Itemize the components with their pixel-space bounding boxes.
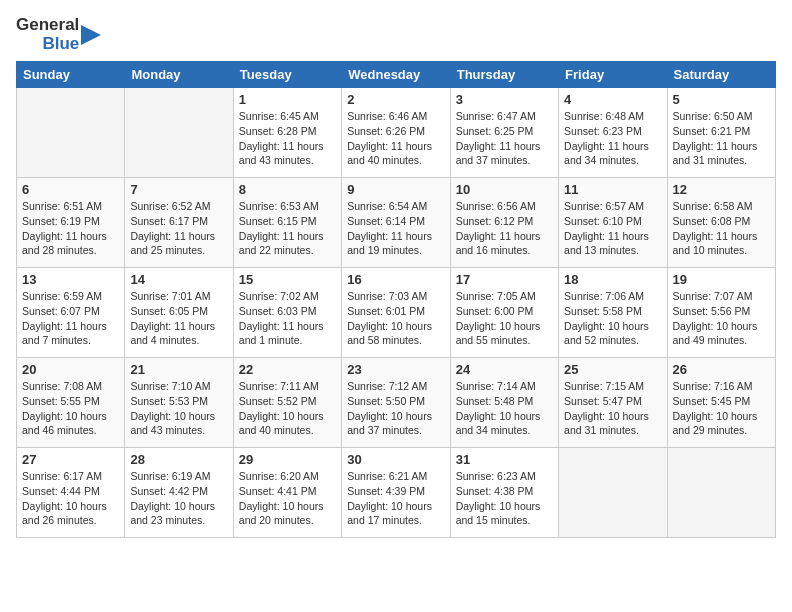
- day-number: 13: [22, 272, 119, 287]
- calendar-table: SundayMondayTuesdayWednesdayThursdayFrid…: [16, 61, 776, 538]
- calendar-day-cell: 26Sunrise: 7:16 AM Sunset: 5:45 PM Dayli…: [667, 358, 775, 448]
- calendar-day-cell: 28Sunrise: 6:19 AM Sunset: 4:42 PM Dayli…: [125, 448, 233, 538]
- calendar-day-cell: [667, 448, 775, 538]
- calendar-day-cell: 2Sunrise: 6:46 AM Sunset: 6:26 PM Daylig…: [342, 88, 450, 178]
- day-number: 12: [673, 182, 770, 197]
- calendar-day-cell: 9Sunrise: 6:54 AM Sunset: 6:14 PM Daylig…: [342, 178, 450, 268]
- calendar-day-cell: 6Sunrise: 6:51 AM Sunset: 6:19 PM Daylig…: [17, 178, 125, 268]
- day-info: Sunrise: 6:17 AM Sunset: 4:44 PM Dayligh…: [22, 469, 119, 528]
- logo-blue-text: Blue: [42, 35, 79, 54]
- day-number: 16: [347, 272, 444, 287]
- day-info: Sunrise: 7:01 AM Sunset: 6:05 PM Dayligh…: [130, 289, 227, 348]
- logo: General Blue: [16, 16, 101, 53]
- calendar-week-row: 20Sunrise: 7:08 AM Sunset: 5:55 PM Dayli…: [17, 358, 776, 448]
- day-info: Sunrise: 7:15 AM Sunset: 5:47 PM Dayligh…: [564, 379, 661, 438]
- day-info: Sunrise: 6:20 AM Sunset: 4:41 PM Dayligh…: [239, 469, 336, 528]
- calendar-day-cell: [125, 88, 233, 178]
- day-info: Sunrise: 6:54 AM Sunset: 6:14 PM Dayligh…: [347, 199, 444, 258]
- day-info: Sunrise: 6:48 AM Sunset: 6:23 PM Dayligh…: [564, 109, 661, 168]
- calendar-day-cell: 12Sunrise: 6:58 AM Sunset: 6:08 PM Dayli…: [667, 178, 775, 268]
- calendar-day-cell: 10Sunrise: 6:56 AM Sunset: 6:12 PM Dayli…: [450, 178, 558, 268]
- calendar-day-cell: 7Sunrise: 6:52 AM Sunset: 6:17 PM Daylig…: [125, 178, 233, 268]
- day-number: 27: [22, 452, 119, 467]
- weekday-header: Friday: [559, 62, 667, 88]
- day-info: Sunrise: 6:52 AM Sunset: 6:17 PM Dayligh…: [130, 199, 227, 258]
- calendar-day-cell: 5Sunrise: 6:50 AM Sunset: 6:21 PM Daylig…: [667, 88, 775, 178]
- day-info: Sunrise: 6:21 AM Sunset: 4:39 PM Dayligh…: [347, 469, 444, 528]
- calendar-day-cell: 24Sunrise: 7:14 AM Sunset: 5:48 PM Dayli…: [450, 358, 558, 448]
- day-info: Sunrise: 7:14 AM Sunset: 5:48 PM Dayligh…: [456, 379, 553, 438]
- weekday-header: Tuesday: [233, 62, 341, 88]
- calendar-week-row: 6Sunrise: 6:51 AM Sunset: 6:19 PM Daylig…: [17, 178, 776, 268]
- day-info: Sunrise: 7:08 AM Sunset: 5:55 PM Dayligh…: [22, 379, 119, 438]
- day-info: Sunrise: 7:10 AM Sunset: 5:53 PM Dayligh…: [130, 379, 227, 438]
- day-number: 21: [130, 362, 227, 377]
- calendar-day-cell: 14Sunrise: 7:01 AM Sunset: 6:05 PM Dayli…: [125, 268, 233, 358]
- day-info: Sunrise: 6:57 AM Sunset: 6:10 PM Dayligh…: [564, 199, 661, 258]
- day-number: 22: [239, 362, 336, 377]
- calendar-day-cell: [17, 88, 125, 178]
- calendar-day-cell: 25Sunrise: 7:15 AM Sunset: 5:47 PM Dayli…: [559, 358, 667, 448]
- day-info: Sunrise: 7:03 AM Sunset: 6:01 PM Dayligh…: [347, 289, 444, 348]
- day-info: Sunrise: 6:23 AM Sunset: 4:38 PM Dayligh…: [456, 469, 553, 528]
- day-info: Sunrise: 6:51 AM Sunset: 6:19 PM Dayligh…: [22, 199, 119, 258]
- calendar-day-cell: 21Sunrise: 7:10 AM Sunset: 5:53 PM Dayli…: [125, 358, 233, 448]
- day-info: Sunrise: 6:58 AM Sunset: 6:08 PM Dayligh…: [673, 199, 770, 258]
- day-number: 26: [673, 362, 770, 377]
- calendar-week-row: 13Sunrise: 6:59 AM Sunset: 6:07 PM Dayli…: [17, 268, 776, 358]
- day-number: 15: [239, 272, 336, 287]
- logo-arrow-icon: [79, 17, 101, 53]
- day-info: Sunrise: 6:59 AM Sunset: 6:07 PM Dayligh…: [22, 289, 119, 348]
- calendar-day-cell: 16Sunrise: 7:03 AM Sunset: 6:01 PM Dayli…: [342, 268, 450, 358]
- calendar-body: 1Sunrise: 6:45 AM Sunset: 6:28 PM Daylig…: [17, 88, 776, 538]
- day-info: Sunrise: 6:47 AM Sunset: 6:25 PM Dayligh…: [456, 109, 553, 168]
- day-number: 2: [347, 92, 444, 107]
- calendar-day-cell: 17Sunrise: 7:05 AM Sunset: 6:00 PM Dayli…: [450, 268, 558, 358]
- day-number: 31: [456, 452, 553, 467]
- page-header: General Blue: [16, 16, 776, 53]
- logo-general-text: General: [16, 16, 79, 35]
- calendar-header-row: SundayMondayTuesdayWednesdayThursdayFrid…: [17, 62, 776, 88]
- day-number: 19: [673, 272, 770, 287]
- day-info: Sunrise: 7:12 AM Sunset: 5:50 PM Dayligh…: [347, 379, 444, 438]
- day-info: Sunrise: 7:02 AM Sunset: 6:03 PM Dayligh…: [239, 289, 336, 348]
- weekday-header: Sunday: [17, 62, 125, 88]
- day-number: 5: [673, 92, 770, 107]
- day-number: 9: [347, 182, 444, 197]
- calendar-day-cell: 4Sunrise: 6:48 AM Sunset: 6:23 PM Daylig…: [559, 88, 667, 178]
- calendar-day-cell: [559, 448, 667, 538]
- day-info: Sunrise: 6:19 AM Sunset: 4:42 PM Dayligh…: [130, 469, 227, 528]
- weekday-header: Thursday: [450, 62, 558, 88]
- day-number: 14: [130, 272, 227, 287]
- day-number: 6: [22, 182, 119, 197]
- day-number: 25: [564, 362, 661, 377]
- day-info: Sunrise: 7:11 AM Sunset: 5:52 PM Dayligh…: [239, 379, 336, 438]
- calendar-day-cell: 13Sunrise: 6:59 AM Sunset: 6:07 PM Dayli…: [17, 268, 125, 358]
- calendar-week-row: 1Sunrise: 6:45 AM Sunset: 6:28 PM Daylig…: [17, 88, 776, 178]
- calendar-day-cell: 20Sunrise: 7:08 AM Sunset: 5:55 PM Dayli…: [17, 358, 125, 448]
- day-info: Sunrise: 6:45 AM Sunset: 6:28 PM Dayligh…: [239, 109, 336, 168]
- weekday-header: Saturday: [667, 62, 775, 88]
- calendar-day-cell: 11Sunrise: 6:57 AM Sunset: 6:10 PM Dayli…: [559, 178, 667, 268]
- calendar-week-row: 27Sunrise: 6:17 AM Sunset: 4:44 PM Dayli…: [17, 448, 776, 538]
- day-number: 1: [239, 92, 336, 107]
- calendar-day-cell: 19Sunrise: 7:07 AM Sunset: 5:56 PM Dayli…: [667, 268, 775, 358]
- day-number: 3: [456, 92, 553, 107]
- calendar-day-cell: 27Sunrise: 6:17 AM Sunset: 4:44 PM Dayli…: [17, 448, 125, 538]
- calendar-day-cell: 1Sunrise: 6:45 AM Sunset: 6:28 PM Daylig…: [233, 88, 341, 178]
- day-number: 11: [564, 182, 661, 197]
- svg-marker-0: [81, 25, 101, 45]
- day-number: 28: [130, 452, 227, 467]
- day-info: Sunrise: 6:56 AM Sunset: 6:12 PM Dayligh…: [456, 199, 553, 258]
- day-number: 20: [22, 362, 119, 377]
- day-info: Sunrise: 6:50 AM Sunset: 6:21 PM Dayligh…: [673, 109, 770, 168]
- calendar-day-cell: 15Sunrise: 7:02 AM Sunset: 6:03 PM Dayli…: [233, 268, 341, 358]
- day-number: 17: [456, 272, 553, 287]
- calendar-day-cell: 31Sunrise: 6:23 AM Sunset: 4:38 PM Dayli…: [450, 448, 558, 538]
- day-number: 8: [239, 182, 336, 197]
- day-info: Sunrise: 7:07 AM Sunset: 5:56 PM Dayligh…: [673, 289, 770, 348]
- day-number: 30: [347, 452, 444, 467]
- calendar-day-cell: 30Sunrise: 6:21 AM Sunset: 4:39 PM Dayli…: [342, 448, 450, 538]
- day-info: Sunrise: 6:46 AM Sunset: 6:26 PM Dayligh…: [347, 109, 444, 168]
- day-number: 4: [564, 92, 661, 107]
